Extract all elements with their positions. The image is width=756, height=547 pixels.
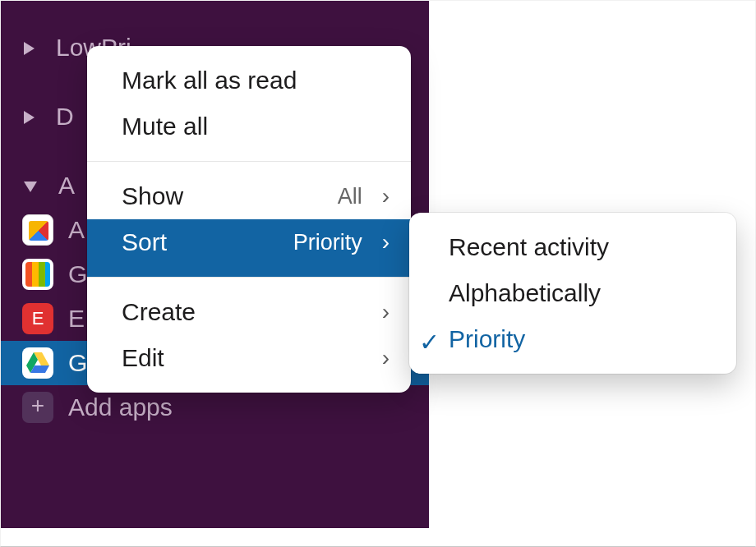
sort-option-recent[interactable]: Recent activity [409,224,736,270]
menu-item-value: All [338,184,362,209]
check-icon: ✓ [419,328,440,356]
menu-item-label: Mute all [122,113,390,140]
chevron-right-icon: › [382,347,390,370]
menu-item-label: Show [122,182,330,210]
app-label: E [68,305,85,333]
chevron-right-icon: › [382,231,390,254]
chevron-right-icon: › [382,185,390,208]
menu-item-create[interactable]: Create › [87,278,411,335]
menu-item-show[interactable]: Show All › [87,162,411,219]
menu-item-label: Edit [122,344,374,372]
app-label: A [68,216,85,244]
menu-item-value: Priority [293,230,362,255]
submenu-item-label: Alphabetically [449,279,601,307]
google-calendar-icon [22,259,53,290]
app-label: G [68,349,87,377]
chevron-right-icon: › [382,301,390,324]
submenu-item-label: Priority [449,325,525,353]
google-drive-icon [22,347,53,379]
submenu-item-label: Recent activity [449,233,609,261]
app-label: G [68,260,87,288]
e-app-icon: E [22,303,53,334]
menu-item-mute-all[interactable]: Mute all [87,103,411,161]
sidebar-section-label: A [58,172,75,200]
cube-app-icon [22,214,53,246]
plus-icon: + [22,392,53,423]
add-apps-label: Add apps [68,393,173,421]
menu-item-label: Mark all as read [122,67,390,94]
menu-item-edit[interactable]: Edit › [87,335,411,393]
sort-option-priority[interactable]: ✓ Priority [409,316,736,362]
sort-submenu: Recent activity Alphabetically ✓ Priorit… [409,213,736,374]
menu-item-sort[interactable]: Sort Priority › [87,219,411,277]
caret-down-icon [24,182,37,192]
caret-right-icon [24,42,35,55]
caret-right-icon [24,111,35,124]
menu-item-label: Create [122,298,374,326]
sidebar-section-label: D [56,103,74,131]
section-context-menu: Mark all as read Mute all Show All › Sor… [87,46,411,393]
menu-item-mark-all-read[interactable]: Mark all as read [87,46,411,103]
sort-option-alphabetical[interactable]: Alphabetically [409,270,736,316]
menu-item-label: Sort [122,228,285,256]
